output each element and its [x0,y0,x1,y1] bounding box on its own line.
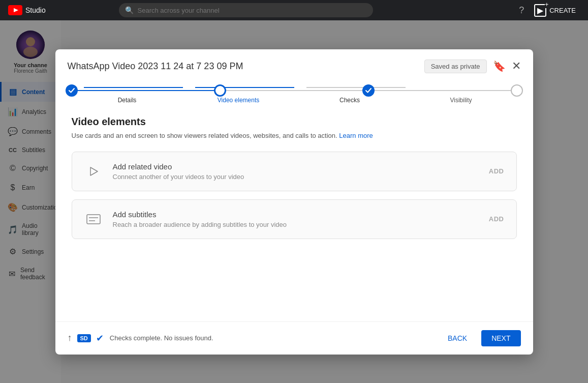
section-desc: Use cards and an end screen to show view… [72,132,517,139]
back-button[interactable]: BACK [440,330,475,346]
add-related-video-button[interactable]: ADD [489,167,504,175]
subtitles-title: Add subtitles [113,210,479,219]
hd-badge: SD [77,334,91,342]
top-bar-right: ? + ▶ CREATE [519,2,580,19]
steps-circles-row [72,77,517,104]
step-circle-visibility [511,84,523,97]
step-circle-checks [362,84,375,97]
footer-status: Checks complete. No issues found. [110,334,434,342]
studio-label: Studio [25,6,46,14]
subtitles-card-icon [84,210,103,228]
logo: Studio [8,5,46,15]
related-video-desc: Connect another of your videos to your v… [113,173,479,181]
subtitles-desc: Reach a broader audience by adding subti… [113,221,479,228]
search-input[interactable] [138,7,367,14]
line-1 [72,90,220,91]
related-video-card: Add related video Connect another of you… [72,152,517,191]
related-video-info: Add related video Connect another of you… [113,162,479,181]
add-subtitles-button[interactable]: ADD [489,215,504,223]
modal-header-right: Saved as private 🔖 ✕ [424,60,521,73]
saved-badge: Saved as private [424,60,487,73]
create-label: CREATE [549,7,576,14]
section-title: Video elements [72,116,517,128]
svg-rect-6 [87,215,100,224]
subtitles-info: Add subtitles Reach a broader audience b… [113,210,479,228]
step-circle-checks-wrapper [368,90,517,91]
modal-footer: ↑ SD ✔ Checks complete. No issues found.… [55,321,533,355]
step-circle-video-wrapper [220,90,368,91]
checkmark-checks [365,87,372,94]
search-icon: 🔍 [125,6,134,14]
svg-marker-5 [90,167,98,175]
footer-icons: ↑ SD ✔ [68,333,104,344]
learn-more-link[interactable]: Learn more [339,132,373,139]
subtitles-card: Add subtitles Reach a broader audience b… [72,199,517,239]
modal-header: WhatsApp Video 2023 11 24 at 7 23 09 PM … [55,49,533,73]
related-video-title: Add related video [113,162,479,171]
upload-icon: ↑ [68,333,72,343]
step-circle-details-wrapper [72,90,220,91]
create-icon: + ▶ [534,4,546,17]
line-2 [220,90,368,91]
line-3 [368,90,517,91]
modal-backdrop: WhatsApp Video 2023 11 24 at 7 23 09 PM … [0,20,588,383]
search-bar[interactable]: 🔍 [119,3,373,17]
create-button[interactable]: + ▶ CREATE [530,2,580,19]
youtube-icon [8,5,22,15]
play-icon [84,162,103,181]
check-circle-icon: ✔ [96,333,104,344]
video-upload-modal: WhatsApp Video 2023 11 24 at 7 23 09 PM … [55,49,533,355]
step-circle-details [66,84,78,97]
checkmark-details [68,87,75,94]
close-icon[interactable]: ✕ [512,60,521,73]
modal-title: WhatsApp Video 2023 11 24 at 7 23 09 PM [68,61,243,72]
bookmark-icon[interactable]: 🔖 [493,60,506,72]
modal-body: Video elements Use cards and an end scre… [55,104,533,321]
step-circle-video [214,84,226,97]
help-icon[interactable]: ? [519,5,524,16]
top-bar: Studio 🔍 ? + ▶ CREATE [0,0,588,20]
next-button[interactable]: NEXT [481,330,520,346]
